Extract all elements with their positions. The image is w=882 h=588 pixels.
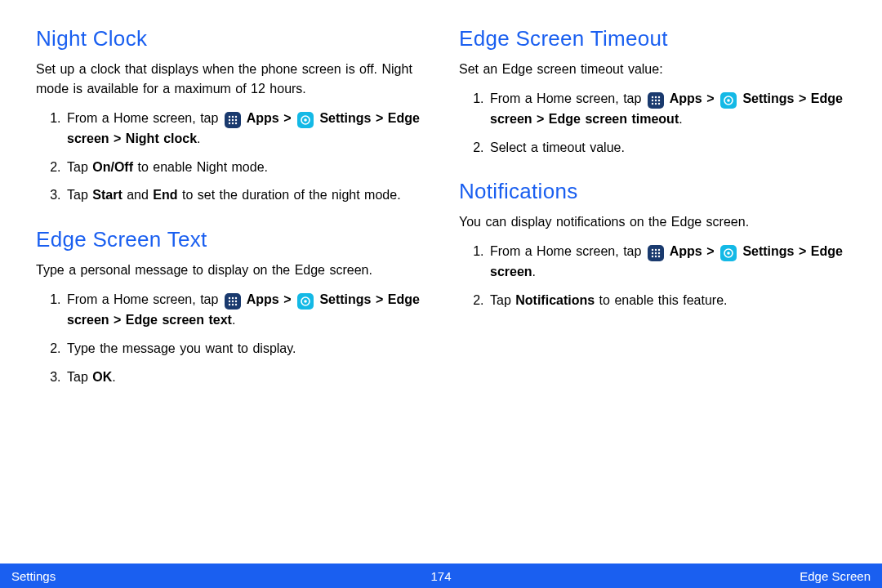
end-label: End [153,188,177,202]
svg-point-33 [652,249,653,251]
svg-point-11 [229,297,230,299]
svg-point-24 [658,96,660,98]
step: Tap OK. [65,368,423,388]
desc-timeout: Set an Edge screen timeout value: [459,60,846,79]
svg-point-34 [655,249,657,251]
steps-notifications: From a Home screen, tap Apps > Settings … [459,242,846,310]
apps-icon [648,245,664,261]
step-text: Tap [67,160,92,174]
left-column: Night Clock Set up a clock that displays… [36,26,423,549]
svg-point-5 [235,119,237,121]
on-off-label: On/Off [92,160,133,174]
settings-icon [297,112,314,128]
svg-point-12 [232,297,234,299]
footer-left: Settings [11,569,56,583]
svg-point-7 [232,122,234,124]
settings-icon [297,293,314,310]
settings-icon [720,92,737,109]
step: From a Home screen, tap Apps > Settings … [65,290,423,331]
step-text: and [122,188,154,202]
desc-edge-text: Type a personal message to display on th… [36,261,423,280]
svg-point-36 [652,252,653,254]
start-label: Start [92,188,122,202]
step-text: to set the duration of the night mode. [178,188,401,202]
step-text: From a Home screen, tap [490,91,646,105]
svg-point-4 [232,119,234,121]
heading-night-clock: Night Clock [36,26,423,51]
svg-point-21 [304,300,307,303]
apps-label: Apps > [666,91,719,105]
step: From a Home screen, tap Apps > Settings … [65,109,423,149]
svg-point-6 [229,122,230,124]
apps-icon [225,112,241,128]
step-tail: . [197,131,200,145]
apps-icon [225,293,241,310]
svg-point-25 [652,100,653,101]
svg-point-13 [235,297,237,299]
svg-point-22 [652,96,653,98]
step-text: Tap [67,188,92,202]
step: Select a timeout value. [488,138,846,158]
step-tail: . [532,265,536,278]
steps-night-clock: From a Home screen, tap Apps > Settings … [36,109,423,206]
footer-page-number: 174 [430,569,451,583]
desc-night-clock: Set up a clock that displays when the ph… [36,60,423,99]
apps-icon [648,92,664,109]
steps-timeout: From a Home screen, tap Apps > Settings … [459,89,846,158]
apps-label: Apps > [666,244,719,258]
svg-point-8 [235,122,237,124]
svg-point-32 [727,99,730,102]
svg-point-18 [232,304,234,305]
svg-point-3 [229,119,230,121]
svg-point-14 [229,301,230,302]
step-tail: . [679,112,682,126]
svg-point-37 [655,252,657,254]
notifications-label: Notifications [515,293,595,307]
step-tail: . [232,313,235,327]
manual-page: Night Clock Set up a clock that displays… [0,0,882,588]
step-text: Tap [490,293,515,307]
steps-edge-text: From a Home screen, tap Apps > Settings … [36,290,423,387]
desc-notifications: You can display notifications on the Edg… [459,212,846,232]
svg-point-26 [655,100,657,101]
svg-point-29 [655,103,657,105]
ok-label: OK [92,370,112,384]
svg-point-2 [235,116,237,118]
svg-point-0 [229,116,230,118]
heading-timeout: Edge Screen Timeout [459,26,846,51]
step-text: to enable this feature. [595,293,727,307]
step: From a Home screen, tap Apps > Settings … [488,89,846,130]
step: Tap Start and End to set the duration of… [65,185,423,206]
svg-point-17 [229,304,230,305]
svg-point-38 [658,252,660,254]
footer-right: Edge Screen [800,569,871,583]
svg-point-35 [658,249,660,251]
right-column: Edge Screen Timeout Set an Edge screen t… [459,26,846,549]
step-text: Tap [67,370,92,384]
step: From a Home screen, tap Apps > Settings … [488,242,846,283]
heading-notifications: Notifications [459,179,846,204]
svg-point-23 [655,96,657,98]
step: Type the message you want to display. [65,339,423,359]
svg-point-27 [658,100,660,101]
svg-point-39 [652,256,653,257]
svg-point-28 [652,103,653,105]
svg-point-41 [658,256,660,257]
svg-point-30 [658,103,660,105]
settings-icon [720,245,737,261]
page-footer: Settings 174 Edge Screen [0,564,882,588]
step-text: . [112,370,115,384]
step: Tap Notifications to enable this feature… [488,291,846,311]
svg-point-19 [235,304,237,305]
svg-point-40 [655,256,657,257]
svg-point-16 [235,301,237,302]
svg-point-15 [232,301,234,302]
svg-point-43 [727,252,730,256]
step-text: From a Home screen, tap [490,244,646,258]
step: Tap On/Off to enable Night mode. [65,158,423,178]
step-text: From a Home screen, tap [67,111,223,125]
svg-point-1 [232,116,234,118]
step-text: to enable Night mode. [133,160,268,174]
heading-edge-text: Edge Screen Text [36,227,423,252]
step-text: From a Home screen, tap [67,292,223,306]
